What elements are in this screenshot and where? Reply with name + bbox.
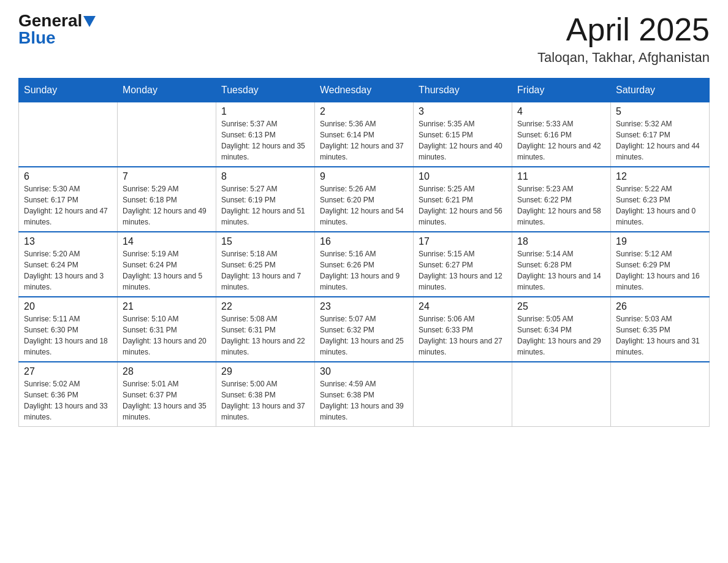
calendar-week-row: 20Sunrise: 5:11 AMSunset: 6:30 PMDayligh… bbox=[19, 297, 710, 362]
day-info: Sunrise: 5:37 AMSunset: 6:13 PMDaylight:… bbox=[221, 118, 309, 163]
calendar-week-row: 27Sunrise: 5:02 AMSunset: 6:36 PMDayligh… bbox=[19, 362, 710, 427]
day-info: Sunrise: 5:27 AMSunset: 6:19 PMDaylight:… bbox=[221, 183, 309, 228]
calendar-cell: 29Sunrise: 5:00 AMSunset: 6:38 PMDayligh… bbox=[216, 362, 315, 427]
day-info: Sunrise: 5:05 AMSunset: 6:34 PMDaylight:… bbox=[517, 313, 605, 358]
day-number: 6 bbox=[24, 171, 112, 182]
calendar-week-row: 13Sunrise: 5:20 AMSunset: 6:24 PMDayligh… bbox=[19, 232, 710, 297]
day-number: 29 bbox=[221, 366, 309, 377]
day-number: 12 bbox=[616, 171, 704, 182]
day-number: 10 bbox=[419, 171, 507, 182]
day-number: 2 bbox=[320, 106, 408, 117]
day-number: 23 bbox=[320, 301, 408, 312]
day-info: Sunrise: 5:11 AMSunset: 6:30 PMDaylight:… bbox=[24, 313, 112, 358]
calendar-cell: 14Sunrise: 5:19 AMSunset: 6:24 PMDayligh… bbox=[118, 232, 216, 297]
calendar-week-row: 1Sunrise: 5:37 AMSunset: 6:13 PMDaylight… bbox=[19, 102, 710, 167]
day-info: Sunrise: 5:36 AMSunset: 6:14 PMDaylight:… bbox=[320, 118, 408, 163]
day-number: 15 bbox=[221, 236, 309, 247]
day-number: 8 bbox=[221, 171, 309, 182]
day-info: Sunrise: 5:15 AMSunset: 6:27 PMDaylight:… bbox=[419, 248, 507, 293]
day-number: 9 bbox=[320, 171, 408, 182]
calendar-cell bbox=[611, 362, 710, 427]
day-info: Sunrise: 5:25 AMSunset: 6:21 PMDaylight:… bbox=[419, 183, 507, 228]
day-number: 25 bbox=[517, 301, 605, 312]
calendar-cell: 11Sunrise: 5:23 AMSunset: 6:22 PMDayligh… bbox=[512, 167, 611, 232]
calendar-cell: 6Sunrise: 5:30 AMSunset: 6:17 PMDaylight… bbox=[19, 167, 118, 232]
logo-general-text: General bbox=[18, 12, 82, 29]
day-info: Sunrise: 4:59 AMSunset: 6:38 PMDaylight:… bbox=[320, 378, 408, 423]
calendar-cell: 13Sunrise: 5:20 AMSunset: 6:24 PMDayligh… bbox=[19, 232, 118, 297]
day-number: 3 bbox=[419, 106, 507, 117]
calendar-cell: 22Sunrise: 5:08 AMSunset: 6:31 PMDayligh… bbox=[216, 297, 315, 362]
day-number: 22 bbox=[221, 301, 309, 312]
day-info: Sunrise: 5:30 AMSunset: 6:17 PMDaylight:… bbox=[24, 183, 112, 228]
day-number: 7 bbox=[123, 171, 211, 182]
day-number: 14 bbox=[123, 236, 211, 247]
day-info: Sunrise: 5:14 AMSunset: 6:28 PMDaylight:… bbox=[517, 248, 605, 293]
logo: General Blue bbox=[18, 12, 96, 47]
day-info: Sunrise: 5:22 AMSunset: 6:23 PMDaylight:… bbox=[616, 183, 704, 228]
calendar-cell bbox=[19, 102, 118, 167]
calendar-cell: 15Sunrise: 5:18 AMSunset: 6:25 PMDayligh… bbox=[216, 232, 315, 297]
header-friday: Friday bbox=[512, 79, 611, 102]
svg-marker-0 bbox=[83, 16, 96, 27]
calendar-cell: 19Sunrise: 5:12 AMSunset: 6:29 PMDayligh… bbox=[611, 232, 710, 297]
day-number: 26 bbox=[616, 301, 704, 312]
header-tuesday: Tuesday bbox=[216, 79, 315, 102]
day-info: Sunrise: 5:19 AMSunset: 6:24 PMDaylight:… bbox=[123, 248, 211, 293]
calendar-cell: 20Sunrise: 5:11 AMSunset: 6:30 PMDayligh… bbox=[19, 297, 118, 362]
day-number: 20 bbox=[24, 301, 112, 312]
day-info: Sunrise: 5:26 AMSunset: 6:20 PMDaylight:… bbox=[320, 183, 408, 228]
calendar-cell: 25Sunrise: 5:05 AMSunset: 6:34 PMDayligh… bbox=[512, 297, 611, 362]
calendar-cell bbox=[512, 362, 611, 427]
calendar-cell bbox=[118, 102, 216, 167]
day-info: Sunrise: 5:00 AMSunset: 6:38 PMDaylight:… bbox=[221, 378, 309, 423]
calendar-cell: 2Sunrise: 5:36 AMSunset: 6:14 PMDaylight… bbox=[315, 102, 414, 167]
day-info: Sunrise: 5:29 AMSunset: 6:18 PMDaylight:… bbox=[123, 183, 211, 228]
day-info: Sunrise: 5:10 AMSunset: 6:31 PMDaylight:… bbox=[123, 313, 211, 358]
calendar-cell: 16Sunrise: 5:16 AMSunset: 6:26 PMDayligh… bbox=[315, 232, 414, 297]
calendar-cell: 23Sunrise: 5:07 AMSunset: 6:32 PMDayligh… bbox=[315, 297, 414, 362]
day-info: Sunrise: 5:32 AMSunset: 6:17 PMDaylight:… bbox=[616, 118, 704, 163]
day-number: 21 bbox=[123, 301, 211, 312]
day-info: Sunrise: 5:01 AMSunset: 6:37 PMDaylight:… bbox=[123, 378, 211, 423]
day-number: 11 bbox=[517, 171, 605, 182]
calendar-table: SundayMondayTuesdayWednesdayThursdayFrid… bbox=[18, 78, 710, 427]
day-info: Sunrise: 5:06 AMSunset: 6:33 PMDaylight:… bbox=[419, 313, 507, 358]
calendar-cell: 4Sunrise: 5:33 AMSunset: 6:16 PMDaylight… bbox=[512, 102, 611, 167]
day-number: 4 bbox=[517, 106, 605, 117]
month-year-title: April 2025 bbox=[537, 12, 710, 47]
calendar-cell: 7Sunrise: 5:29 AMSunset: 6:18 PMDaylight… bbox=[118, 167, 216, 232]
calendar-cell: 1Sunrise: 5:37 AMSunset: 6:13 PMDaylight… bbox=[216, 102, 315, 167]
day-number: 27 bbox=[24, 366, 112, 377]
page-header: General Blue April 2025 Taloqan, Takhar,… bbox=[18, 12, 710, 66]
day-number: 18 bbox=[517, 236, 605, 247]
header-sunday: Sunday bbox=[19, 79, 118, 102]
logo-blue-text: Blue bbox=[18, 29, 56, 47]
calendar-cell: 27Sunrise: 5:02 AMSunset: 6:36 PMDayligh… bbox=[19, 362, 118, 427]
day-info: Sunrise: 5:02 AMSunset: 6:36 PMDaylight:… bbox=[24, 378, 112, 423]
calendar-cell bbox=[414, 362, 512, 427]
calendar-cell: 17Sunrise: 5:15 AMSunset: 6:27 PMDayligh… bbox=[414, 232, 512, 297]
day-number: 17 bbox=[419, 236, 507, 247]
calendar-cell: 9Sunrise: 5:26 AMSunset: 6:20 PMDaylight… bbox=[315, 167, 414, 232]
day-number: 16 bbox=[320, 236, 408, 247]
day-number: 28 bbox=[123, 366, 211, 377]
day-info: Sunrise: 5:33 AMSunset: 6:16 PMDaylight:… bbox=[517, 118, 605, 163]
calendar-cell: 3Sunrise: 5:35 AMSunset: 6:15 PMDaylight… bbox=[414, 102, 512, 167]
day-info: Sunrise: 5:18 AMSunset: 6:25 PMDaylight:… bbox=[221, 248, 309, 293]
day-info: Sunrise: 5:20 AMSunset: 6:24 PMDaylight:… bbox=[24, 248, 112, 293]
day-number: 13 bbox=[24, 236, 112, 247]
day-info: Sunrise: 5:03 AMSunset: 6:35 PMDaylight:… bbox=[616, 313, 704, 358]
header-thursday: Thursday bbox=[414, 79, 512, 102]
day-info: Sunrise: 5:35 AMSunset: 6:15 PMDaylight:… bbox=[419, 118, 507, 163]
calendar-cell: 26Sunrise: 5:03 AMSunset: 6:35 PMDayligh… bbox=[611, 297, 710, 362]
day-number: 24 bbox=[419, 301, 507, 312]
day-info: Sunrise: 5:12 AMSunset: 6:29 PMDaylight:… bbox=[616, 248, 704, 293]
day-number: 19 bbox=[616, 236, 704, 247]
calendar-cell: 5Sunrise: 5:32 AMSunset: 6:17 PMDaylight… bbox=[611, 102, 710, 167]
calendar-week-row: 6Sunrise: 5:30 AMSunset: 6:17 PMDaylight… bbox=[19, 167, 710, 232]
header-wednesday: Wednesday bbox=[315, 79, 414, 102]
day-number: 30 bbox=[320, 366, 408, 377]
day-info: Sunrise: 5:23 AMSunset: 6:22 PMDaylight:… bbox=[517, 183, 605, 228]
calendar-cell: 18Sunrise: 5:14 AMSunset: 6:28 PMDayligh… bbox=[512, 232, 611, 297]
